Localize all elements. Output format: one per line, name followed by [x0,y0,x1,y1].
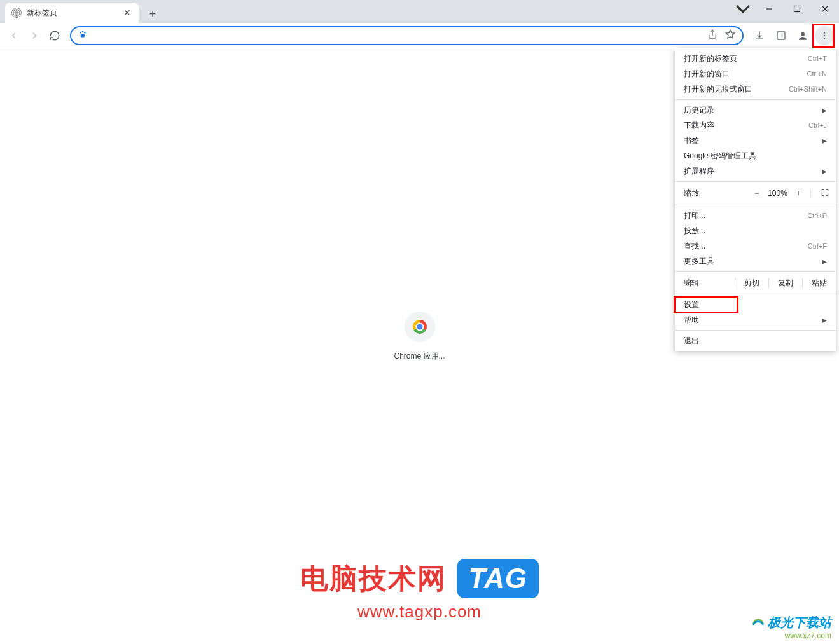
keyboard-shortcut: Ctrl+Shift+N [789,85,827,93]
menu-new-tab[interactable]: 打开新的标签页 Ctrl+T [675,51,836,66]
cut-button[interactable]: 剪切 [735,278,768,288]
keyboard-shortcut: Ctrl+J [808,121,827,129]
menu-zoom: 缩放 − 100% + | [675,184,836,202]
chrome-logo-icon [404,312,434,342]
chevron-right-icon: ▶ [822,137,827,144]
shortcut-label: Chrome 应用... [394,351,445,362]
menu-item-label: 帮助 [684,315,699,325]
side-panel-icon[interactable] [772,26,791,45]
keyboard-shortcut: Ctrl+N [807,70,827,78]
svg-rect-9 [777,32,785,39]
minimize-button[interactable] [755,0,783,18]
menu-help[interactable]: 帮助 ▶ [675,312,836,327]
zoom-percent: 100% [768,189,787,198]
svg-point-6 [82,31,84,33]
watermark: 电脑技术网 TAG www.tagxp.com [300,559,539,622]
menu-item-label: 查找... [684,241,705,252]
menu-item-label: 历史记录 [684,105,714,116]
svg-point-14 [824,38,825,39]
toolbar [0,23,839,48]
keyboard-shortcut: Ctrl+P [807,212,827,219]
paw-icon [78,29,88,41]
watermark-tag: TAG [457,559,539,598]
share-icon[interactable] [707,29,718,43]
reload-button[interactable] [46,27,64,45]
zoom-in-button[interactable]: + [796,189,801,198]
more-menu-button[interactable] [815,26,834,45]
keyboard-shortcut: Ctrl+F [808,242,827,250]
menu-downloads[interactable]: 下载内容 Ctrl+J [675,118,836,133]
chrome-main-menu: 打开新的标签页 Ctrl+T 打开新的窗口 Ctrl+N 打开新的无痕式窗口 C… [675,48,836,351]
svg-point-12 [824,32,825,33]
tab-title: 新标签页 [27,8,117,18]
browser-tab[interactable]: 新标签页 ✕ [5,3,139,23]
menu-item-label: 设置 [684,299,699,310]
maximize-button[interactable] [783,0,811,18]
downloads-icon[interactable] [750,26,769,45]
menu-find[interactable]: 查找... Ctrl+F [675,238,836,254]
chevron-right-icon: ▶ [822,317,827,324]
close-tab-icon[interactable]: ✕ [122,6,132,19]
menu-separator [675,330,836,331]
bookmark-star-icon[interactable] [725,29,736,43]
menu-item-label: 打开新的窗口 [684,69,730,79]
menu-cast[interactable]: 投放... [675,223,836,238]
chrome-apps-shortcut[interactable]: Chrome 应用... [394,312,445,362]
menu-item-label: Google 密码管理工具 [684,151,756,161]
address-bar[interactable] [70,26,744,45]
menu-new-window[interactable]: 打开新的窗口 Ctrl+N [675,66,836,81]
menu-print[interactable]: 打印... Ctrl+P [675,208,836,223]
close-window-button[interactable] [811,0,839,18]
corner-watermark-url: www.xz7.com [751,631,831,640]
menu-item-label: 打开新的无痕式窗口 [684,84,752,95]
menu-item-label: 投放... [684,226,705,236]
menu-more-tools[interactable]: 更多工具 ▶ [675,254,836,269]
menu-item-label: 退出 [684,336,699,346]
menu-new-incognito[interactable]: 打开新的无痕式窗口 Ctrl+Shift+N [675,81,836,97]
tab-strip: 新标签页 ✕ + [0,0,839,23]
copy-button[interactable]: 复制 [768,278,802,288]
menu-extensions[interactable]: 扩展程序 ▶ [675,163,836,179]
menu-separator [675,271,836,272]
menu-separator [675,181,836,182]
svg-point-7 [84,32,86,34]
watermark-url: www.tagxp.com [300,602,539,622]
zoom-out-button[interactable]: − [754,189,759,198]
menu-edit: 编辑 剪切 复制 粘贴 [675,275,836,291]
menu-item-label: 编辑 [684,278,735,289]
svg-point-8 [81,34,85,37]
chevron-down-icon[interactable] [731,0,755,18]
chevron-right-icon: ▶ [822,168,827,175]
menu-item-label: 书签 [684,135,699,146]
window-controls [731,0,839,18]
menu-bookmarks[interactable]: 书签 ▶ [675,133,836,148]
fullscreen-icon[interactable] [821,188,829,199]
menu-item-label: 下载内容 [684,120,714,131]
chevron-right-icon: ▶ [822,258,827,265]
menu-item-label: 更多工具 [684,256,714,267]
new-tab-button[interactable]: + [144,5,162,23]
svg-point-13 [824,34,825,36]
menu-separator [675,99,836,100]
aurora-logo-icon [751,616,765,630]
globe-icon [11,8,22,18]
menu-password-manager[interactable]: Google 密码管理工具 [675,148,836,163]
menu-item-label: 扩展程序 [684,166,714,177]
keyboard-shortcut: Ctrl+T [808,55,827,62]
profile-icon[interactable] [793,26,812,45]
menu-history[interactable]: 历史记录 ▶ [675,102,836,118]
svg-rect-2 [794,6,800,12]
corner-watermark: 极光下载站 www.xz7.com [751,614,831,640]
back-button[interactable] [5,27,23,45]
paste-button[interactable]: 粘贴 [802,278,836,288]
forward-button[interactable] [25,27,43,45]
corner-watermark-title: 极光下载站 [768,614,831,631]
menu-item-label: 打印... [684,210,705,221]
menu-exit[interactable]: 退出 [675,333,836,348]
svg-point-11 [801,32,805,36]
menu-separator [675,205,836,205]
omnibox-actions [707,29,736,43]
menu-settings[interactable]: 设置 [675,297,836,312]
menu-separator [675,294,836,294]
svg-point-5 [80,32,81,34]
